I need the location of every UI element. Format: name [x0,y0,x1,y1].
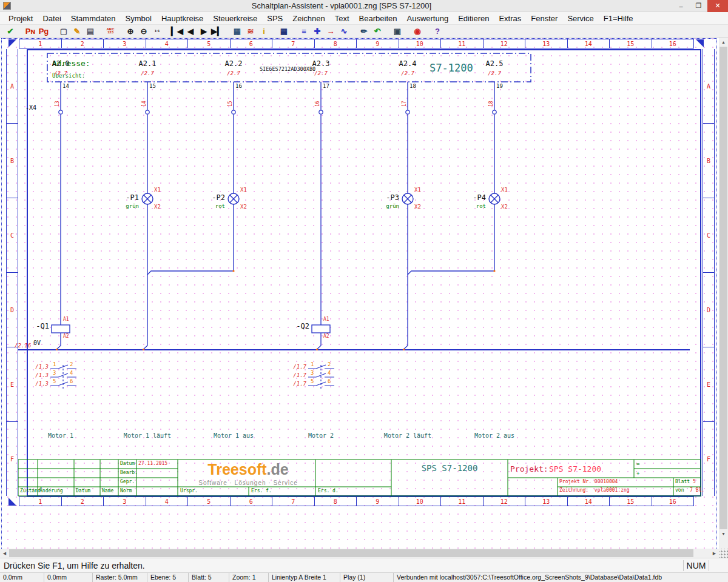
apply-icon[interactable]: ✔ [4,25,17,37]
scroll-right-icon[interactable]: ▶ [710,549,719,558]
fold-mark-top-right [696,39,704,47]
menu-item-stammdaten[interactable]: Stammdaten [66,12,121,25]
line-type-icon[interactable]: ≡ [297,25,311,37]
last-sheet-icon[interactable]: ▶▎ [211,25,224,37]
drawing-canvas[interactable]: 12345678910111213141516 1234567891011121… [0,38,719,549]
menu-item-text[interactable]: Text [330,12,354,25]
logo-tagline: Software · Lösungen · Service [182,480,314,486]
print-icon[interactable]: ▤ [84,25,97,37]
projekt-value: SPS S7-1200 [549,465,601,473]
help-icon[interactable]: ? [431,25,444,37]
plc-output-address: A2.0 [42,60,79,68]
window-title: Schaltplan-Assistent - vpla0001.zng [SPS… [11,1,672,10]
contact-xref: /1.7 [291,373,306,378]
connection-point-icon[interactable]: ✚ [311,25,324,37]
minimize-button[interactable]: – [672,0,690,12]
symbol-browser-icon[interactable]: ▦ [231,25,244,37]
zoom-out-icon[interactable]: ⊖ [137,25,150,37]
project-navigator-icon[interactable]: Pɴ [24,25,37,37]
contact-number-left: 1 [53,362,56,367]
column-label: 3 [104,39,146,48]
menu-item-steuerkreise[interactable]: Steuerkreise [208,12,262,25]
open-icon[interactable]: ✎ [70,25,84,37]
properties-icon[interactable]: ▣ [391,25,404,37]
bearb-label: Bearb. [120,470,138,475]
plc-output-address: A2.2 [215,60,252,68]
projekt-nr-label: Projekt Nr. [559,479,592,484]
status-field-5: Zoom: 1 [229,573,269,582]
parts-list-icon[interactable]: ▦ [277,25,291,37]
column-label: 2 [62,39,104,48]
wire-curve-icon[interactable]: ∿ [337,25,351,37]
layers-icon[interactable]: ≋ [244,25,257,37]
contact-xref: /1.3 [33,381,49,387]
menu-item-datei[interactable]: Datei [38,12,66,25]
scroll-down-icon[interactable]: ▼ [719,529,728,538]
column-label: 2 [62,497,104,506]
scroll-track[interactable] [693,549,710,558]
info-icon[interactable]: i [257,25,271,37]
project-sheets-icon[interactable]: Pg [37,25,50,37]
zoom-in-icon[interactable]: ⊕ [124,25,137,37]
column-label: 7 [272,39,315,48]
exit-icon[interactable]: ◉ [411,25,424,37]
scroll-left-icon[interactable]: ◀ [0,549,9,558]
menu-bar: ProjektDateiStammdatenSymbolHauptkreiseS… [0,12,728,25]
column-label: 9 [357,497,399,506]
column-label: 5 [188,39,231,48]
menu-item-sps[interactable]: SPS [262,12,288,25]
text-number-icon[interactable]: ABC 123 [104,25,117,37]
vertical-scroll-thumb[interactable] [720,47,727,529]
corner-mark-top-left [8,39,16,47]
column-label: 13 [525,39,568,48]
menu-item-symbol[interactable]: Symbol [121,12,157,25]
menu-item-hauptkreise[interactable]: Hauptkreise [157,12,208,25]
contact-number-left: 5 [311,379,314,384]
menu-item-auswertung[interactable]: Auswertung [402,12,453,25]
menu-item-zeichnen[interactable]: Zeichnen [288,12,329,25]
edit-sheet-icon[interactable]: ✏ [357,25,371,37]
gepr-label: Gepr. [120,480,135,484]
column-label: 3 [104,497,146,506]
column-label: 14 [568,39,610,48]
column-label: 8 [315,497,357,506]
zoom-1to1-icon[interactable]: 1:1 [150,25,164,37]
column-label: 16 [652,39,694,48]
new-sheet-icon[interactable]: ▢ [57,25,70,37]
function-text: Motor 2 [285,433,357,440]
schaltplan-assistent-app: { "window": { "title": "Schaltplan-Assis… [0,0,728,582]
menu-item-bearbeiten[interactable]: Bearbeiten [354,12,402,25]
horizontal-scroll-thumb[interactable] [9,549,693,557]
move-connection-icon[interactable]: → [324,25,337,37]
function-text: Motor 1 [24,433,97,440]
function-text: Motor 1 läuft [111,433,184,440]
wire-number: 16 [235,84,242,89]
column-label: 1 [19,39,62,48]
frame [27,50,701,496]
num-lock-indicator: NUM [683,560,709,571]
close-button[interactable]: ✕ [707,0,728,12]
maximize-button[interactable]: ❐ [690,0,707,12]
resize-grip[interactable] [719,549,728,558]
column-label: 14 [568,497,610,506]
menu-item-service[interactable]: Service [562,12,598,25]
contact-number-left: 1 [311,362,314,367]
vertical-scrollbar[interactable]: ▲ ▼ [719,38,728,549]
undo-icon[interactable]: ↶ [371,25,384,37]
scroll-up-icon[interactable]: ▲ [719,38,728,47]
menu-item-fenster[interactable]: Fenster [526,12,562,25]
menu-item-extras[interactable]: Extras [494,12,526,25]
next-sheet-icon[interactable]: ▶ [197,25,211,37]
lamp-pin-bottom: X2 [414,204,421,210]
menu-item-editieren[interactable]: Editieren [453,12,494,25]
menu-item-f1-hilfe[interactable]: F1=Hilfe [599,12,638,25]
column-label: 4 [146,497,189,506]
row-label: D [7,273,18,347]
ruler-left: ABCDEF [6,49,18,496]
row-label: F [7,422,18,496]
previous-sheet-icon[interactable]: ◀ [184,25,197,37]
horizontal-scrollbar[interactable]: ◀ ▶ [0,549,719,558]
corner-mark-bottom-left [8,498,16,506]
menu-item-projekt[interactable]: Projekt [4,12,38,25]
first-sheet-icon[interactable]: ▎◀ [170,25,184,37]
